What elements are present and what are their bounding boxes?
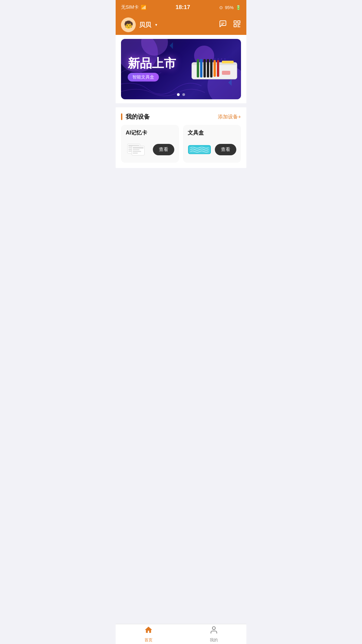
- banner[interactable]: 新品上市 智能文具盒: [121, 39, 241, 99]
- svg-rect-28: [210, 59, 213, 77]
- banner-title: 新品上市: [128, 57, 181, 70]
- section-header: 我的设备 添加设备+: [116, 107, 246, 125]
- toolbox-image: [188, 141, 211, 158]
- svg-rect-26: [203, 59, 206, 77]
- svg-rect-24: [197, 59, 199, 77]
- avatar[interactable]: 🧒: [121, 17, 136, 32]
- section-title: 我的设备: [126, 113, 150, 121]
- device-name-toolbox: 文具盒: [188, 129, 236, 137]
- svg-rect-40: [133, 149, 139, 150]
- banner-dot-2[interactable]: [182, 93, 185, 96]
- banner-content: 新品上市 智能文具盒: [121, 50, 187, 88]
- svg-rect-39: [133, 147, 143, 149]
- status-time: 18:17: [176, 4, 190, 11]
- banner-container: 新品上市 智能文具盒: [116, 35, 246, 103]
- device-card-toolbox: 文具盒 查看: [183, 125, 241, 163]
- svg-rect-25: [200, 59, 202, 77]
- device-grid: AI记忆卡: [116, 125, 246, 168]
- header-left: 🧒 贝贝 ▾: [121, 17, 157, 32]
- status-left: 无SIM卡 📶: [121, 4, 146, 10]
- app-header: 🧒 贝贝 ▾: [116, 15, 246, 35]
- device-bottom-toolbox: 查看: [188, 141, 236, 158]
- message-icon[interactable]: [219, 20, 227, 30]
- device-bottom-ai: 查看: [126, 141, 174, 158]
- svg-rect-3: [238, 21, 240, 23]
- banner-dots: [177, 93, 185, 96]
- banner-subtitle: 智能文具盒: [128, 73, 159, 82]
- battery-text: 95%: [225, 5, 234, 10]
- dropdown-arrow-icon[interactable]: ▾: [155, 22, 157, 27]
- add-device-button[interactable]: 添加设备+: [218, 114, 241, 120]
- header-right: [219, 20, 241, 30]
- svg-marker-20: [170, 42, 173, 49]
- svg-rect-4: [234, 24, 236, 27]
- svg-rect-32: [222, 71, 230, 75]
- ai-memory-card-image: [126, 141, 149, 158]
- banner-product-image: [187, 52, 241, 86]
- device-name-ai-memory: AI记忆卡: [126, 129, 174, 137]
- svg-rect-30: [217, 60, 219, 77]
- section-title-wrap: 我的设备: [121, 113, 150, 121]
- username-label: 贝贝: [139, 21, 151, 29]
- lock-icon: ⊙: [219, 5, 223, 10]
- svg-rect-41: [133, 151, 141, 152]
- battery-icon: 🔋: [236, 5, 241, 10]
- svg-rect-42: [133, 153, 138, 154]
- banner-dot-1[interactable]: [177, 93, 180, 96]
- device-card-ai-memory: AI记忆卡: [121, 125, 179, 163]
- section-bar-decoration: [121, 113, 122, 120]
- svg-rect-31: [222, 61, 234, 63]
- svg-rect-2: [234, 21, 236, 23]
- svg-rect-27: [207, 59, 209, 77]
- scan-icon[interactable]: [233, 20, 241, 30]
- view-toolbox-button[interactable]: 查看: [215, 144, 236, 155]
- status-bar: 无SIM卡 📶 18:17 ⊙ 95% 🔋: [116, 0, 246, 15]
- devices-section: 我的设备 添加设备+ AI记忆卡: [116, 107, 246, 168]
- svg-rect-29: [214, 60, 216, 77]
- status-right: ⊙ 95% 🔋: [219, 5, 241, 10]
- view-ai-memory-button[interactable]: 查看: [153, 144, 174, 155]
- svg-rect-44: [188, 145, 210, 147]
- signal-text: 无SIM卡: [121, 4, 139, 10]
- wifi-icon: 📶: [141, 5, 146, 10]
